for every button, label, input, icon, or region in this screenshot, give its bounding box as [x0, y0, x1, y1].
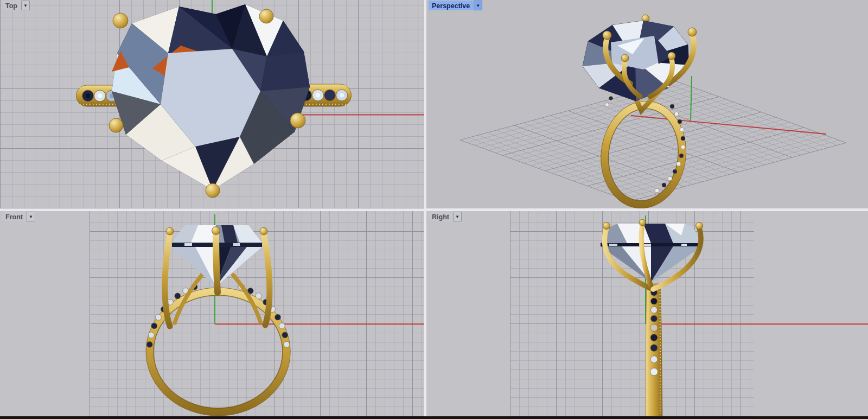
caret-glyph: ▼ — [23, 3, 28, 8]
perspective-view-canvas[interactable] — [426, 0, 868, 208]
caret-down-icon[interactable]: ▼ — [27, 212, 35, 221]
viewport-top: Top ▼ — [0, 0, 424, 208]
center-stone-top — [112, 4, 310, 190]
viewport-title-front[interactable]: Front — [2, 212, 26, 221]
top-view-canvas[interactable] — [0, 0, 424, 208]
caret-down-icon[interactable]: ▼ — [474, 1, 482, 10]
caret-down-icon[interactable]: ▼ — [21, 1, 30, 10]
caret-glyph: ▼ — [29, 214, 33, 219]
front-view-canvas[interactable] — [0, 211, 424, 416]
caret-glyph: ▼ — [476, 3, 480, 8]
viewport-front: Front ▼ — [0, 211, 424, 416]
viewport-title-right[interactable]: Right — [429, 212, 452, 221]
caret-down-icon[interactable]: ▼ — [453, 212, 462, 221]
viewport-tab-right: Right ▼ — [429, 212, 462, 221]
viewport-tab-top: Top ▼ — [2, 1, 30, 10]
right-view-canvas[interactable] — [426, 211, 868, 416]
viewport-title-perspective[interactable]: Perspective — [429, 1, 473, 10]
bottom-edge-bar — [0, 416, 868, 419]
horizontal-splitter[interactable] — [0, 208, 868, 211]
viewport-tab-front: Front ▼ — [2, 212, 35, 221]
viewport-right: Right ▼ — [426, 211, 868, 416]
viewport-tab-perspective: Perspective ▼ — [429, 1, 482, 10]
viewport-perspective: Perspective ▼ — [426, 0, 868, 208]
viewport-title-top[interactable]: Top — [2, 1, 21, 10]
caret-glyph: ▼ — [455, 214, 459, 219]
center-stone-right — [601, 224, 701, 282]
